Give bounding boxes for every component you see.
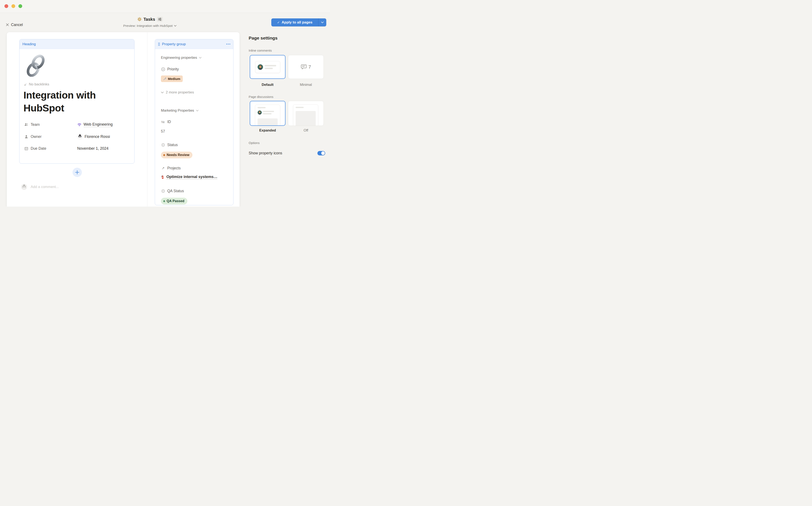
section-title: Marketing Properties (161, 108, 194, 113)
field-id: № ID (161, 120, 171, 124)
avatar owner-avatar (77, 134, 83, 139)
placeholder-content-block (296, 111, 316, 126)
inline-comments-option-default[interactable] (250, 55, 285, 79)
backlinks-text: No backlinks (29, 82, 49, 86)
show-property-icons-row: Show property icons (249, 149, 325, 158)
status-dot-icon (163, 200, 165, 202)
calendar-icon (24, 147, 28, 151)
property-row-team: Team (24, 121, 40, 128)
block-menu-button[interactable] (226, 44, 230, 45)
priority-tag-medium: Medium (161, 76, 183, 82)
chevron-down-icon (161, 92, 164, 93)
page-settings-title: Page settings (249, 35, 278, 40)
check-icon: ✓ (277, 20, 280, 24)
window-titlebar (0, 0, 330, 13)
property-label: Team (31, 122, 40, 127)
avatar mini-avatar (258, 64, 263, 70)
sliders-icon (158, 18, 162, 21)
avatar mini-avatar (258, 110, 262, 114)
property-group-card[interactable]: Property group Engineering properties Pr… (155, 39, 234, 205)
field-label: Status (167, 143, 178, 147)
projects-value-row: Optimize internal systems… (161, 175, 217, 179)
backlinks-row[interactable]: ↙ No backlinks (24, 82, 49, 86)
add-block-button[interactable] (73, 168, 82, 177)
property-value-team: Web Engineering (77, 121, 113, 128)
priority-value: Medium (168, 77, 180, 81)
priority-icon (161, 67, 165, 71)
apply-to-all-pages-button[interactable]: ✓ Apply to all pages (271, 18, 326, 26)
status-value: Needs Review (167, 153, 189, 157)
page-discussions-option-expanded[interactable] (250, 101, 285, 126)
toolbar: Cancel Tasks (0, 13, 330, 32)
page-icon chain-links-icon (24, 53, 48, 78)
show-property-icons-label: Show property icons (249, 151, 282, 155)
backlink-arrow-icon: ↙ (24, 82, 27, 86)
option-label-default: Default (250, 83, 285, 87)
preview-page-selector[interactable]: Preview: Integration with HubSpot (123, 24, 177, 28)
plus-icon (75, 170, 79, 174)
property-row-owner: Owner (24, 134, 42, 140)
numero-icon: № (161, 120, 165, 124)
wifi-icon (77, 122, 82, 126)
more-properties-label: 2 more properties (166, 90, 194, 94)
close-window-button[interactable] (4, 4, 8, 8)
arrow-up-right-icon: ↗ (161, 166, 165, 170)
placeholder-text-lines (265, 65, 276, 69)
inline-comments-label: Inline comments (249, 49, 272, 52)
cancel-button[interactable]: Cancel (6, 22, 23, 28)
fire-extinguisher-icon (161, 175, 165, 179)
gold-wheel-icon (137, 17, 142, 21)
inline-comments-option-minimal[interactable]: 7 (288, 55, 324, 79)
placeholder-content-block (258, 118, 278, 126)
placeholder-text-lines (263, 111, 274, 114)
status-tag-needs-review: Needs Review (161, 152, 192, 158)
comment-composer[interactable]: Add a comment... (21, 184, 59, 190)
team-link[interactable]: Web Engineering (84, 122, 113, 127)
apply-label: Apply to all pages (282, 20, 312, 24)
close-icon (6, 23, 9, 26)
field-label: Projects (167, 166, 181, 170)
property-group-header[interactable]: Property group (155, 39, 233, 49)
comment-bubble-icon (301, 64, 307, 70)
property-value-due-date: November 1, 2024 (77, 145, 108, 152)
document-title: Tasks (144, 17, 155, 22)
status-spinner-icon (161, 189, 165, 193)
field-label: ID (167, 120, 171, 124)
field-label: Priority (167, 67, 179, 72)
minimize-window-button[interactable] (11, 4, 15, 8)
option-label-off: Off (288, 129, 324, 133)
avatar commenter-avatar (21, 184, 27, 190)
ellipsis-icon (226, 44, 230, 45)
project-link[interactable]: Optimize internal systems… (166, 175, 217, 179)
preview-label: Preview: Integration with HubSpot (123, 24, 173, 28)
field-label: QA Status (167, 189, 184, 193)
property-label: Owner (31, 135, 42, 139)
section-engineering-properties[interactable]: Engineering properties (161, 56, 201, 60)
comment-count-badge: 7 (308, 64, 311, 70)
layout-settings-button[interactable] (157, 17, 163, 22)
field-projects: ↗ Projects (161, 166, 181, 170)
show-property-icons-toggle[interactable] (318, 151, 325, 155)
heading-block-label: Heading (22, 42, 36, 46)
owner-name: Florence Rossi (85, 135, 110, 139)
status-tag-qa-passed: QA Passed (161, 198, 187, 204)
default-option-preview (255, 61, 280, 73)
comment-input-placeholder: Add a comment... (31, 185, 59, 189)
page-discussions-label: Page discussions (249, 95, 273, 98)
page-discussions-option-off[interactable] (288, 101, 324, 126)
option-label-minimal: Minimal (288, 83, 324, 87)
zoom-window-button[interactable] (18, 4, 22, 8)
heading-block-header[interactable]: Heading (19, 39, 134, 49)
section-marketing-properties[interactable]: Marketing Properties (161, 108, 198, 113)
chevron-down-icon (199, 57, 201, 59)
drag-handle-icon[interactable] (158, 43, 160, 46)
section-title: Engineering properties (161, 56, 197, 60)
id-value: 57 (161, 129, 165, 134)
expanded-option-preview (255, 105, 280, 126)
heading-block-card[interactable]: Heading (19, 39, 134, 164)
apply-options-dropdown[interactable] (319, 18, 326, 26)
team-people-icon (24, 122, 28, 126)
more-properties-toggle[interactable]: 2 more properties (161, 90, 194, 94)
customize-page-window: Cancel Tasks (0, 0, 330, 206)
minimal-option-preview: 7 (301, 64, 311, 70)
